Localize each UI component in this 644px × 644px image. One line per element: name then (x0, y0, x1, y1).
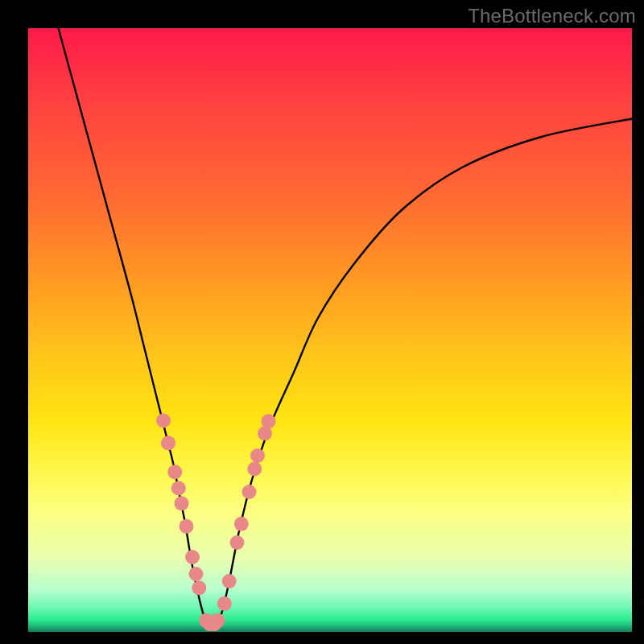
curve-marker (230, 535, 245, 550)
curve-marker (222, 574, 237, 588)
chart-stage: TheBottleneck.com (0, 0, 644, 644)
curve-marker (156, 414, 171, 428)
plot-area (28, 28, 632, 632)
bottleneck-curve (59, 28, 633, 627)
curve-marker (262, 414, 276, 428)
curve-marker (180, 519, 194, 534)
watermark-text: TheBottleneck.com (468, 5, 636, 27)
curve-marker (192, 580, 206, 595)
curve-marker (234, 517, 249, 531)
curve-marker (171, 481, 186, 496)
curve-marker (250, 448, 265, 463)
curve-marker (189, 567, 204, 581)
curve-marker (175, 496, 189, 510)
curve-marker (167, 464, 182, 479)
curve-marker (211, 613, 225, 628)
curve-marker (185, 550, 200, 564)
chart-svg (28, 28, 632, 632)
curve-marker (161, 436, 175, 450)
curve-marker (217, 597, 232, 611)
curve-marker (242, 485, 257, 499)
curve-marker (247, 462, 262, 477)
curve-markers (156, 414, 276, 632)
